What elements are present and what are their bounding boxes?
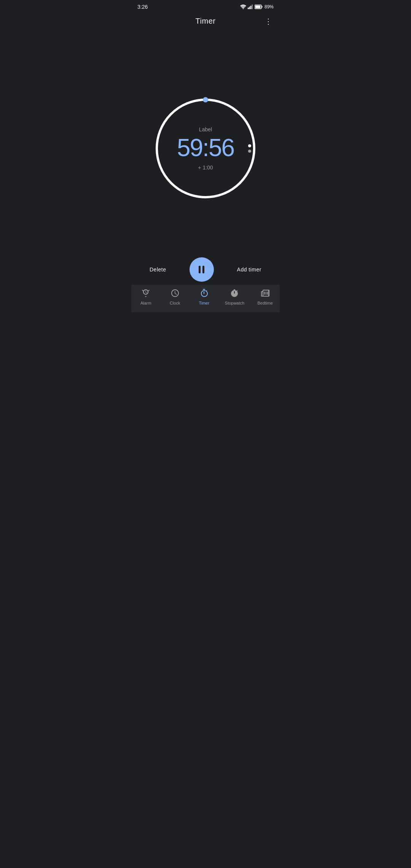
app-container: 3:26 89% — [131, 0, 280, 312]
nav-bedtime[interactable]: Bedtime — [254, 287, 277, 307]
pause-button[interactable] — [190, 257, 214, 282]
pause-bar-left — [199, 266, 201, 273]
timer-icon — [199, 289, 209, 299]
svg-rect-2 — [249, 7, 250, 10]
timer-label: Label — [199, 126, 212, 132]
svg-rect-4 — [252, 5, 253, 9]
timer-display: 59:56 — [177, 136, 234, 160]
timer-add-time[interactable]: + 1:00 — [198, 164, 213, 171]
nav-bedtime-label: Bedtime — [258, 301, 273, 305]
status-icons: 89% — [240, 4, 274, 10]
add-timer-label: Add timer — [237, 266, 261, 273]
delete-button[interactable]: Delete — [147, 263, 169, 276]
status-time: 3:26 — [137, 4, 148, 10]
bottom-controls: Delete Add timer — [131, 257, 280, 282]
nav-timer-label: Timer — [199, 301, 209, 305]
svg-point-0 — [243, 8, 244, 9]
clock-icon — [170, 289, 180, 299]
battery-percentage: 89% — [264, 4, 274, 10]
pause-bar-right — [202, 266, 204, 273]
content-area: Label 59:56 + 1:00 — [131, 12, 280, 285]
timer-section: Label 59:56 + 1:00 — [152, 95, 259, 202]
svg-rect-6 — [261, 6, 262, 8]
nav-stopwatch[interactable]: Stopwatch — [222, 287, 247, 307]
timer-circle[interactable]: Label 59:56 + 1:00 — [152, 95, 259, 202]
nav-clock-label: Clock — [170, 301, 180, 305]
nav-alarm-label: Alarm — [140, 301, 151, 305]
nav-alarm[interactable]: Alarm — [134, 287, 157, 307]
svg-rect-7 — [255, 6, 260, 8]
svg-point-10 — [203, 97, 208, 102]
signal-icon — [248, 5, 253, 9]
add-timer-button[interactable]: Add timer — [234, 263, 264, 276]
delete-label: Delete — [150, 266, 166, 273]
status-bar: 3:26 89% — [131, 0, 280, 12]
timer-inner: Label 59:56 + 1:00 — [177, 126, 234, 171]
wifi-icon — [240, 5, 246, 9]
alarm-icon — [141, 289, 150, 299]
bottom-nav: Alarm Clock Timer — [131, 285, 280, 312]
scroll-indicators — [248, 144, 251, 153]
svg-rect-1 — [248, 8, 249, 9]
scroll-dot-2 — [248, 150, 251, 153]
nav-timer[interactable]: Timer — [193, 287, 215, 307]
stopwatch-icon — [230, 289, 239, 299]
nav-stopwatch-label: Stopwatch — [225, 301, 244, 305]
pause-icon — [199, 266, 204, 273]
svg-rect-3 — [250, 6, 252, 9]
bedtime-icon — [261, 289, 270, 299]
battery-icon — [255, 5, 263, 9]
nav-clock[interactable]: Clock — [164, 287, 186, 307]
scroll-dot-1 — [248, 144, 251, 147]
